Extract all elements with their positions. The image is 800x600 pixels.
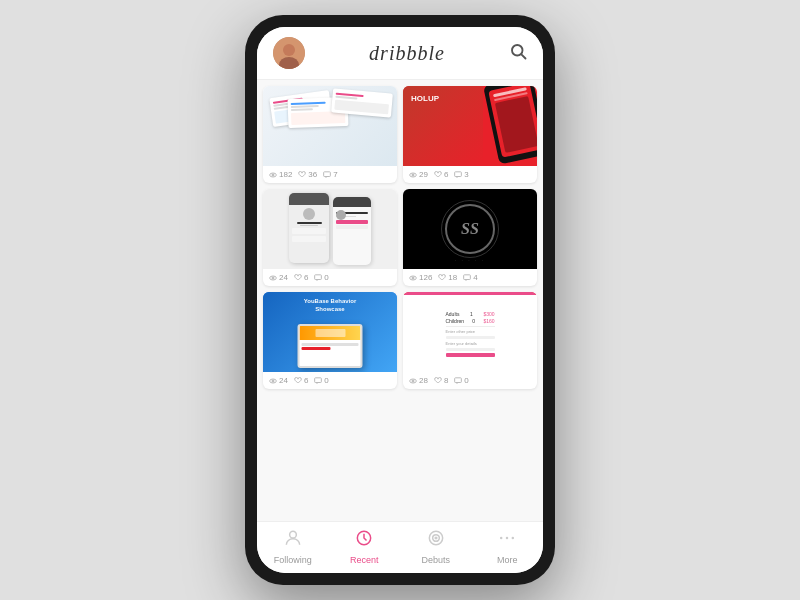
shot-thumbnail: HOLUP xyxy=(403,86,537,166)
svg-line-4 xyxy=(521,54,525,58)
svg-point-1 xyxy=(283,44,295,56)
svg-point-15 xyxy=(412,277,414,279)
recent-label: Recent xyxy=(350,555,379,565)
dots-icon xyxy=(497,528,517,553)
bottom-navigation: Following Recent xyxy=(257,521,543,573)
clock-icon xyxy=(354,528,374,553)
more-label: More xyxy=(497,555,518,565)
debuts-label: Debuts xyxy=(421,555,450,565)
svg-point-18 xyxy=(272,380,274,382)
shot-thumbnail: SS · · · · · xyxy=(403,189,537,269)
svg-point-27 xyxy=(435,537,437,539)
shot-stats: 24 6 0 xyxy=(263,269,397,286)
target-icon xyxy=(426,528,446,553)
svg-rect-19 xyxy=(315,378,322,383)
views-stat: 126 xyxy=(409,273,432,282)
comments-stat: 0 xyxy=(314,273,328,282)
shot-card[interactable]: Adults 1 $300 Children 0 $160 xyxy=(403,292,537,389)
svg-rect-16 xyxy=(464,275,471,280)
shot-thumbnail xyxy=(263,86,397,166)
shot-card[interactable]: 182 36 7 xyxy=(263,86,397,183)
nav-item-recent[interactable]: Recent xyxy=(339,528,389,565)
svg-point-28 xyxy=(500,537,503,540)
comments-stat: 4 xyxy=(463,273,477,282)
likes-stat: 8 xyxy=(434,376,448,385)
likes-stat: 6 xyxy=(294,273,308,282)
shot-card[interactable]: HOLUP 29 6 3 xyxy=(403,86,537,183)
svg-point-12 xyxy=(272,277,274,279)
likes-stat: 36 xyxy=(298,170,317,179)
app-logo: dribbble xyxy=(369,42,445,65)
svg-rect-7 xyxy=(324,172,331,177)
comments-stat: 0 xyxy=(454,376,468,385)
svg-point-21 xyxy=(412,380,414,382)
views-stat: 24 xyxy=(269,273,288,282)
views-stat: 29 xyxy=(409,170,428,179)
avatar[interactable] xyxy=(273,37,305,69)
svg-point-23 xyxy=(289,531,296,538)
likes-stat: 6 xyxy=(434,170,448,179)
nav-item-debuts[interactable]: Debuts xyxy=(411,528,461,565)
phone-frame: dribbble xyxy=(245,15,555,585)
comments-stat: 3 xyxy=(454,170,468,179)
svg-point-6 xyxy=(272,174,274,176)
shot-thumbnail: YouBase BehaviorShowcase xyxy=(263,292,397,372)
nav-item-following[interactable]: Following xyxy=(268,528,318,565)
shot-card[interactable]: 24 6 0 xyxy=(263,189,397,286)
svg-rect-13 xyxy=(315,275,322,280)
svg-point-29 xyxy=(506,537,509,540)
shot-stats: 126 18 4 xyxy=(403,269,537,286)
shot-card[interactable]: SS · · · · · 126 18 xyxy=(403,189,537,286)
shot-thumbnail: Adults 1 $300 Children 0 $160 xyxy=(403,292,537,372)
shot-stats: 182 36 7 xyxy=(263,166,397,183)
likes-stat: 6 xyxy=(294,376,308,385)
shot-stats: 29 6 3 xyxy=(403,166,537,183)
search-button[interactable] xyxy=(509,42,527,65)
person-icon xyxy=(283,528,303,553)
svg-point-9 xyxy=(412,174,414,176)
app-header: dribbble xyxy=(257,27,543,80)
svg-rect-10 xyxy=(455,172,462,177)
shots-grid: 182 36 7 xyxy=(263,86,537,389)
likes-stat: 18 xyxy=(438,273,457,282)
views-stat: 24 xyxy=(269,376,288,385)
shot-card[interactable]: YouBase BehaviorShowcase xyxy=(263,292,397,389)
comments-stat: 0 xyxy=(314,376,328,385)
shot-thumbnail xyxy=(263,189,397,269)
shot-stats: 28 8 0 xyxy=(403,372,537,389)
views-stat: 182 xyxy=(269,170,292,179)
shot-stats: 24 6 0 xyxy=(263,372,397,389)
svg-rect-22 xyxy=(455,378,462,383)
phone-screen: dribbble xyxy=(257,27,543,573)
nav-item-more[interactable]: More xyxy=(482,528,532,565)
comments-stat: 7 xyxy=(323,170,337,179)
views-stat: 28 xyxy=(409,376,428,385)
svg-point-30 xyxy=(512,537,514,540)
following-label: Following xyxy=(274,555,312,565)
shots-content: 182 36 7 xyxy=(257,80,543,521)
